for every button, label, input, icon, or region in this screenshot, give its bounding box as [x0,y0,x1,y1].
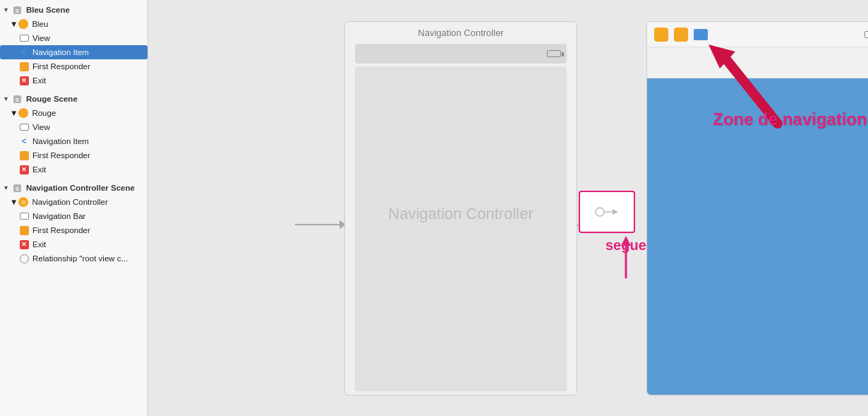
svg-text:S: S [16,186,20,192]
triangle-icon: ▼ [10,20,18,28]
svg-point-6 [596,208,604,216]
scene-icon: S [12,93,23,105]
battery-icon [547,50,561,57]
first-responder-icon [18,61,30,72]
bleu-scene-header[interactable]: ▼ S Bleu Scene [0,3,147,17]
navcontroller-icon: ⊙ [18,196,29,208]
exit-icon: ✕ [18,239,30,250]
svg-text:S: S [16,8,20,14]
rouge-scene-header[interactable]: ▼ S Rouge Scene [0,92,147,106]
segue-icon [594,205,620,219]
rouge-label: Rouge [32,109,56,117]
bleu-icon [18,18,29,30]
bleu-view-label: View [32,34,50,42]
triangle-icon: ▼ [3,184,9,191]
bleu-label: Bleu [32,20,48,28]
rouge-firstresponder-label: First Responder [32,151,90,160]
rouge-view-item[interactable]: View [0,120,147,134]
rouge-scene-label: Rouge Scene [26,95,78,103]
nav-panel-body [355,66,567,391]
rouge-exit-label: Exit [32,165,46,174]
rouge-view-label: View [32,123,50,131]
scene-icon: S [12,182,23,194]
nav-item-icon: < [18,47,30,58]
bleu-exit-label: Exit [32,76,46,85]
sidebar-connector-arrow [295,224,341,225]
triangle-icon: ▼ [3,6,9,13]
relationship-icon [18,253,30,264]
view-icon [18,210,30,222]
first-responder-icon [18,150,30,161]
navcontroller-firstresponder-label: First Responder [32,226,90,234]
bleu-item[interactable]: ▼ Bleu [0,17,147,31]
iphone-icon-1 [654,28,668,42]
navcontroller-scene-header[interactable]: ▼ S Navigation Controller Scene [0,181,147,195]
rouge-exit-item[interactable]: ✕ Exit [0,162,147,177]
nav-controller-panel: Navigation Controller [344,21,577,396]
first-responder-icon [18,225,30,236]
nav-panel-title: Navigation Controller [418,28,503,38]
navcontroller-navbar-label: Navigation Bar [32,212,85,220]
navcontroller-exit-label: Exit [32,240,46,249]
nav-panel-header: Navigation Controller [345,22,577,41]
scene-icon: S [12,4,23,16]
canvas: Navigation Controller Navigation Control… [148,0,868,416]
bleu-scene-label: Bleu Scene [26,6,70,14]
sidebar: ▼ S Bleu Scene ▼ Bleu View < Navigation … [0,0,148,416]
triangle-icon: ▼ [10,198,18,206]
navcontroller-navbar-item[interactable]: Navigation Bar [0,209,147,223]
navcontroller-label: Navigation Controller [32,198,107,206]
bleu-view-item[interactable]: View [0,31,147,45]
bleu-firstresponder-label: First Responder [32,62,90,71]
triangle-icon: ▼ [10,109,18,117]
triangle-icon: ▼ [3,95,9,102]
iphone-icon-2 [674,28,688,42]
annotation-arrow [700,39,785,133]
view-icon [18,32,30,44]
svg-marker-10 [621,236,631,246]
segue-arrow-annotation: segue [605,236,646,254]
bleu-navitem-label: Navigation Item [32,48,89,57]
svg-marker-8 [613,209,618,215]
navcontroller-exit-item[interactable]: ✕ Exit [0,237,147,251]
svg-line-11 [721,53,778,124]
nav-item-icon: < [18,136,30,147]
nav-panel-topbar [355,44,567,64]
exit-icon: ✕ [18,164,30,175]
segue-box[interactable] [579,191,635,233]
rouge-item[interactable]: ▼ Rouge [0,106,147,120]
rouge-navitem-label: Navigation Item [32,137,89,145]
rouge-icon [18,107,29,119]
navcontroller-relationship-item[interactable]: Relationship "root view c... [0,251,147,266]
bleu-firstresponder-item[interactable]: First Responder [0,59,147,73]
navcontroller-firstresponder-item[interactable]: First Responder [0,223,147,237]
iphone-battery-icon [864,31,868,38]
navcontroller-relationship-label: Relationship "root view c... [32,254,128,263]
navcontroller-scene-label: Navigation Controller Scene [26,184,135,192]
exit-icon: ✕ [18,75,30,86]
bleu-exit-item[interactable]: ✕ Exit [0,73,147,88]
bleu-navitem-item[interactable]: < Navigation Item [0,45,147,59]
navcontroller-item[interactable]: ▼ ⊙ Navigation Controller [0,195,147,209]
rouge-navitem-item[interactable]: < Navigation Item [0,134,147,148]
rouge-firstresponder-item[interactable]: First Responder [0,148,147,162]
svg-text:S: S [16,97,20,103]
view-icon [18,121,30,133]
